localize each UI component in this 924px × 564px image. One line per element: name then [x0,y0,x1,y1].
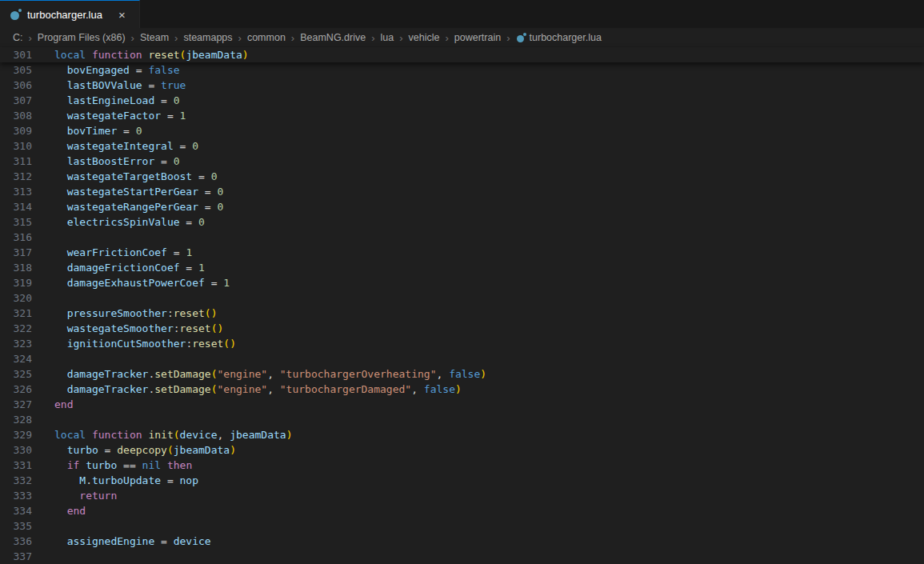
code-line[interactable]: 309 bovTimer = 0 [0,123,924,138]
code-line[interactable]: 332 M.turboUpdate = nop [0,473,924,488]
line-number[interactable]: 306 [0,78,32,93]
breadcrumb-item[interactable]: powertrain [454,32,502,43]
line-number[interactable]: 334 [0,503,32,518]
line-number[interactable]: 308 [0,108,32,123]
breadcrumb-item[interactable]: common [246,32,286,43]
line-number[interactable]: 329 [0,427,32,442]
line-number[interactable]: 319 [0,275,32,290]
code-line-text: end [32,397,73,412]
code-line-text: local function reset(jbeamData) [32,47,249,62]
code-line[interactable]: 335 [0,518,924,534]
line-number[interactable]: 322 [0,321,32,336]
code-line[interactable]: 310 wastegateIntegral = 0 [0,138,924,154]
code-line[interactable]: 312 wastegateTargetBoost = 0 [0,169,924,184]
line-number[interactable]: 331 [0,458,32,473]
line-number[interactable]: 327 [0,397,32,412]
code-line-text: wastegateTargetBoost = 0 [32,169,218,184]
code-line[interactable]: 337 [0,549,924,564]
line-number[interactable]: 332 [0,473,32,488]
line-number[interactable]: 325 [0,366,32,382]
line-number[interactable]: 336 [0,534,32,549]
code-line[interactable]: 334 end [0,503,924,518]
code-line[interactable]: 316 [0,230,924,245]
line-number[interactable]: 318 [0,260,32,275]
line-number[interactable]: 324 [0,351,32,366]
line-number[interactable]: 307 [0,93,32,108]
code-line[interactable]: 321 pressureSmoother:reset() [0,306,924,321]
code-line[interactable]: 330 turbo = deepcopy(jbeamData) [0,442,924,458]
line-number[interactable]: 312 [0,169,32,184]
line-number[interactable]: 313 [0,184,32,199]
code-line[interactable]: 328 [0,412,924,427]
breadcrumb-item[interactable]: Program Files (x86) [37,32,126,43]
code-line[interactable]: 305 bovEngaged = false [0,62,924,78]
breadcrumb-separator: › [29,32,32,44]
code-line[interactable]: 317 wearFrictionCoef = 1 [0,245,924,260]
line-number[interactable]: 337 [0,549,32,564]
breadcrumb-item[interactable]: vehicle [408,32,441,43]
code-line[interactable]: 326 damageTracker.setDamage("engine", "t… [0,382,924,397]
code-line[interactable]: 313 wastegateStartPerGear = 0 [0,184,924,199]
code-line[interactable]: 333 return [0,488,924,503]
breadcrumb-separator: › [371,32,374,44]
breadcrumb-item[interactable]: C: [12,32,24,43]
code-line[interactable]: 336 assignedEngine = device [0,534,924,549]
line-number[interactable]: 330 [0,442,32,458]
code-editor[interactable]: 301local function reset(jbeamData) 305 b… [0,47,924,564]
code-line[interactable]: 308 wastegateFactor = 1 [0,108,924,123]
breadcrumb-item[interactable]: Steam [139,32,170,43]
code-line[interactable]: 327end [0,397,924,412]
code-line[interactable]: 314 wastegateRangePerGear = 0 [0,199,924,214]
code-line[interactable]: 307 lastEngineLoad = 0 [0,93,924,108]
line-number[interactable]: 311 [0,154,32,169]
breadcrumb: C:›Program Files (x86)›Steam›steamapps›c… [0,28,924,47]
code-line-text: bovTimer = 0 [32,123,142,138]
code-line[interactable]: 324 [0,351,924,366]
line-number[interactable]: 321 [0,306,32,321]
line-number[interactable]: 314 [0,199,32,214]
sticky-scroll[interactable]: 301local function reset(jbeamData) [0,47,924,62]
breadcrumb-item-label: common [247,32,286,43]
breadcrumb-item-label: Program Files (x86) [38,32,126,43]
code-line[interactable]: 331 if turbo == nil then [0,458,924,473]
breadcrumb-item[interactable]: BeamNG.drive [299,32,366,43]
line-number[interactable]: 309 [0,123,32,138]
breadcrumb-separator: › [131,32,134,44]
line-number[interactable]: 326 [0,382,32,397]
breadcrumb-item-label: C: [13,32,23,43]
code-line[interactable]: 320 [0,290,924,306]
line-number[interactable]: 323 [0,336,32,351]
tab-turbocharger-lua[interactable]: turbocharger.lua × [0,0,140,28]
breadcrumb-item[interactable]: turbocharger.lua [515,32,602,43]
line-number[interactable]: 301 [0,47,32,62]
code-line[interactable]: 323 ignitionCutSmoother:reset() [0,336,924,351]
line-number[interactable]: 310 [0,138,32,154]
code-line[interactable]: 311 lastBoostError = 0 [0,154,924,169]
code-line[interactable]: 325 damageTracker.setDamage("engine", "t… [0,366,924,382]
close-icon[interactable]: × [116,8,128,22]
breadcrumb-item-label: vehicle [409,32,440,43]
line-number[interactable]: 333 [0,488,32,503]
code-line[interactable]: 315 electricsSpinValue = 0 [0,214,924,230]
line-number[interactable]: 335 [0,518,32,534]
code-line-text: if turbo == nil then [32,458,192,473]
line-number[interactable]: 317 [0,245,32,260]
code-line[interactable]: 301local function reset(jbeamData) [0,47,924,62]
code-line[interactable]: 319 damageExhaustPowerCoef = 1 [0,275,924,290]
code-line[interactable]: 306 lastBOVValue = true [0,78,924,93]
code-line[interactable]: 322 wastegateSmoother:reset() [0,321,924,336]
breadcrumb-item[interactable]: steamapps [182,32,233,43]
code-line-text [32,351,54,366]
tab-label: turbocharger.lua [27,9,102,21]
code-line-text: lastBoostError = 0 [32,154,180,169]
breadcrumb-item[interactable]: lua [380,32,395,43]
line-number[interactable]: 320 [0,290,32,306]
line-number[interactable]: 305 [0,62,32,78]
line-number[interactable]: 328 [0,412,32,427]
code-line[interactable]: 329local function init(device, jbeamData… [0,427,924,442]
breadcrumb-separator: › [238,32,242,44]
line-number[interactable]: 315 [0,214,32,230]
code-line[interactable]: 318 damageFrictionCoef = 1 [0,260,924,275]
line-number[interactable]: 316 [0,230,32,245]
code-line-text: turbo = deepcopy(jbeamData) [32,442,236,458]
